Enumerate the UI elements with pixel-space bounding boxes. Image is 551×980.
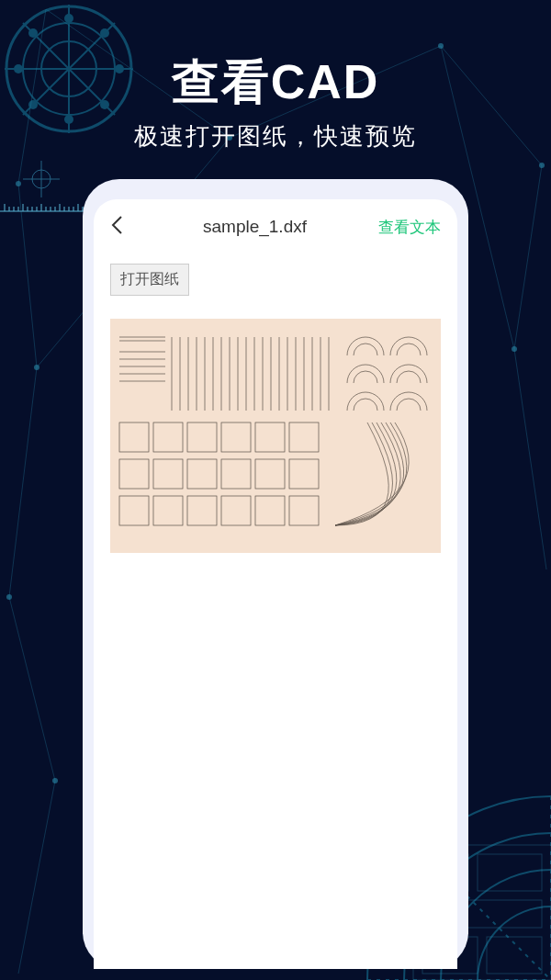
promo-subtitle: 极速打开图纸，快速预览 [0,120,551,152]
chevron-left-icon [110,215,123,235]
svg-line-7 [18,781,55,974]
svg-rect-104 [153,459,183,489]
view-text-button[interactable]: 查看文本 [372,217,441,238]
svg-rect-98 [153,422,183,452]
svg-rect-99 [187,422,217,452]
svg-rect-103 [119,459,149,489]
svg-rect-111 [187,496,217,525]
svg-rect-44 [478,854,542,891]
svg-point-50 [32,170,51,188]
svg-rect-105 [187,459,217,489]
svg-rect-114 [289,496,319,525]
cad-drawing [110,319,441,553]
svg-rect-112 [221,496,251,525]
svg-rect-101 [255,422,285,452]
svg-line-3 [514,165,542,349]
svg-rect-97 [119,422,149,452]
svg-point-19 [16,181,21,186]
svg-rect-106 [221,459,251,489]
cad-preview[interactable] [110,319,441,553]
svg-point-18 [52,778,58,783]
file-title: sample_1.dxf [138,217,372,237]
svg-rect-113 [255,496,285,525]
svg-line-6 [9,597,55,781]
ruler-decoration [0,200,92,214]
promo-title: 查看CAD [0,51,551,115]
phone-screen: sample_1.dxf 查看文本 打开图纸 [94,199,457,969]
phone-frame: sample_1.dxf 查看文本 打开图纸 [83,179,468,969]
back-button[interactable] [110,213,138,242]
svg-point-14 [539,163,545,168]
svg-point-15 [512,346,517,352]
svg-rect-47 [487,937,542,974]
svg-point-17 [6,594,12,600]
svg-point-32 [100,28,109,38]
svg-rect-107 [255,459,285,489]
app-header: sample_1.dxf 查看文本 [94,199,457,254]
svg-rect-110 [153,496,183,525]
svg-point-38 [478,907,551,980]
svg-rect-100 [221,422,251,452]
svg-rect-109 [119,496,149,525]
svg-point-16 [34,365,39,370]
svg-point-27 [64,14,73,23]
svg-rect-108 [289,459,319,489]
open-drawing-button[interactable]: 打开图纸 [110,264,189,296]
svg-point-13 [438,43,444,49]
promo-text-block: 查看CAD 极速打开图纸，快速预览 [0,51,551,152]
svg-line-5 [9,367,37,597]
svg-line-4 [514,349,546,569]
svg-rect-102 [289,422,319,452]
svg-point-31 [28,28,38,38]
